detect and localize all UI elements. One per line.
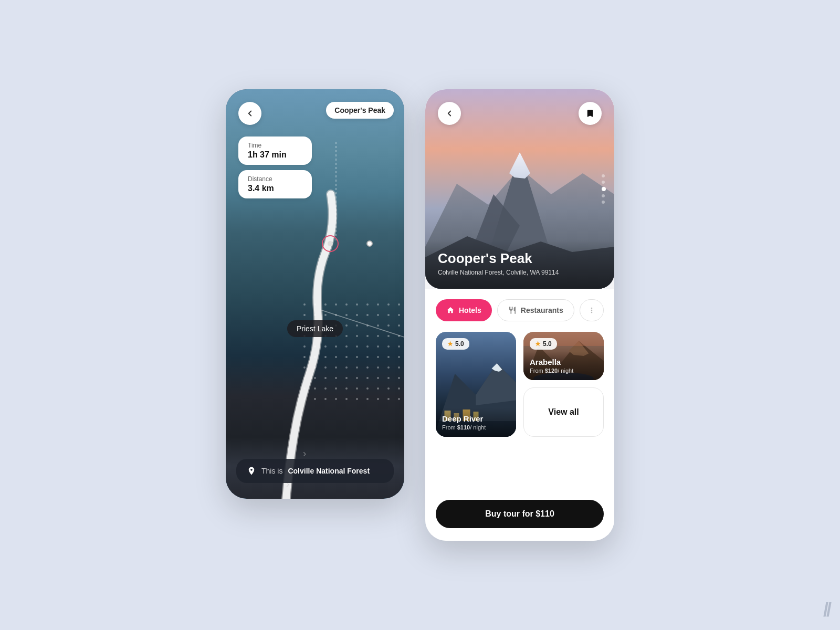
svg-point-89 bbox=[345, 387, 348, 390]
svg-point-12 bbox=[377, 303, 379, 306]
svg-point-8 bbox=[335, 303, 337, 306]
hotel-card-arabella[interactable]: ★ 5.0 Arabella From $120/ night bbox=[523, 332, 604, 380]
svg-point-49 bbox=[345, 345, 348, 348]
tab-hotels[interactable]: Hotels bbox=[436, 299, 492, 321]
svg-point-34 bbox=[398, 324, 400, 327]
svg-point-14 bbox=[398, 303, 400, 306]
svg-point-46 bbox=[314, 345, 316, 348]
svg-point-40 bbox=[356, 335, 358, 337]
dot-grid: // Generate dots programmatically — done… bbox=[299, 299, 404, 404]
svg-point-44 bbox=[398, 335, 400, 337]
svg-point-50 bbox=[356, 345, 358, 348]
deco-slash: // bbox=[823, 601, 830, 620]
svg-point-11 bbox=[366, 303, 369, 306]
time-label: Time bbox=[248, 142, 302, 149]
tab-restaurants[interactable]: Restaurants bbox=[497, 299, 574, 321]
page-dot-1 bbox=[602, 174, 605, 177]
svg-point-66 bbox=[314, 366, 316, 369]
buy-button[interactable]: Buy tour for $110 bbox=[436, 500, 604, 528]
svg-point-19 bbox=[345, 314, 348, 316]
svg-point-53 bbox=[387, 345, 390, 348]
svg-point-69 bbox=[345, 366, 348, 369]
svg-point-31 bbox=[366, 324, 369, 327]
svg-point-52 bbox=[377, 345, 379, 348]
hotel-cards: ★ 5.0 Deep River From $110/ night bbox=[436, 332, 604, 437]
page-dot-3 bbox=[602, 187, 606, 191]
svg-point-9 bbox=[345, 303, 348, 306]
app-container: › › › // Generate dots programmatically … bbox=[205, 58, 635, 572]
location-label: Cooper's Peak bbox=[326, 102, 394, 119]
distance-card: Distance 3.4 km bbox=[238, 170, 312, 198]
svg-point-55 bbox=[303, 356, 306, 358]
svg-point-79 bbox=[345, 377, 348, 379]
svg-point-93 bbox=[387, 387, 390, 390]
svg-point-104 bbox=[398, 398, 400, 400]
svg-point-15 bbox=[303, 314, 306, 316]
svg-point-41 bbox=[366, 335, 369, 337]
hotel-2-price: From $120/ night bbox=[530, 368, 597, 374]
star-icon-2: ★ bbox=[535, 340, 541, 348]
svg-point-94 bbox=[398, 387, 400, 390]
time-card: Time 1h 37 min bbox=[238, 136, 312, 165]
svg-point-5 bbox=[303, 303, 306, 306]
svg-point-61 bbox=[366, 356, 369, 358]
svg-point-84 bbox=[398, 377, 400, 379]
svg-point-47 bbox=[324, 345, 327, 348]
svg-point-22 bbox=[377, 314, 379, 316]
location-bar: This is Colville National Forest bbox=[236, 459, 394, 483]
view-all-card[interactable]: View all bbox=[523, 387, 604, 437]
hotel-1-name: Deep River bbox=[442, 414, 510, 423]
bookmark-button[interactable] bbox=[579, 102, 602, 125]
svg-point-83 bbox=[387, 377, 390, 379]
svg-point-7 bbox=[324, 303, 327, 306]
back-button[interactable] bbox=[238, 102, 261, 125]
svg-point-80 bbox=[356, 377, 358, 379]
svg-point-81 bbox=[366, 377, 369, 379]
svg-point-24 bbox=[398, 314, 400, 316]
svg-point-42 bbox=[377, 335, 379, 337]
svg-point-48 bbox=[335, 345, 337, 348]
svg-point-10 bbox=[356, 303, 358, 306]
place-address: Colville National Forest, Colville, WA 9… bbox=[438, 269, 602, 276]
svg-point-32 bbox=[377, 324, 379, 327]
hotel-1-price: From $110/ night bbox=[442, 424, 510, 430]
svg-point-87 bbox=[324, 387, 327, 390]
peak-marker bbox=[322, 235, 339, 252]
svg-point-57 bbox=[324, 356, 327, 358]
svg-point-91 bbox=[366, 387, 369, 390]
svg-point-95 bbox=[303, 398, 306, 400]
hotel-2-name: Arabella bbox=[530, 358, 597, 366]
distance-value: 3.4 km bbox=[248, 184, 302, 193]
svg-point-98 bbox=[335, 398, 337, 400]
svg-point-16 bbox=[314, 314, 316, 316]
bookmark-icon bbox=[585, 109, 595, 118]
svg-point-21 bbox=[366, 314, 369, 316]
page-dot-5 bbox=[602, 201, 605, 204]
svg-point-18 bbox=[335, 314, 337, 316]
svg-point-76 bbox=[314, 377, 316, 379]
svg-point-71 bbox=[366, 366, 369, 369]
right-back-button[interactable] bbox=[438, 102, 461, 125]
svg-point-85 bbox=[303, 387, 306, 390]
svg-point-72 bbox=[377, 366, 379, 369]
svg-point-33 bbox=[387, 324, 390, 327]
svg-point-64 bbox=[398, 356, 400, 358]
category-tabs: Hotels Restaurants bbox=[436, 299, 604, 321]
svg-point-73 bbox=[387, 366, 390, 369]
svg-point-82 bbox=[377, 377, 379, 379]
tab-more[interactable] bbox=[580, 299, 604, 321]
svg-point-75 bbox=[303, 377, 306, 379]
hotel-card-deep-river[interactable]: ★ 5.0 Deep River From $110/ night bbox=[436, 332, 516, 437]
svg-point-86 bbox=[314, 387, 316, 390]
page-dot-2 bbox=[602, 181, 605, 184]
location-bar-prefix: This is bbox=[261, 467, 282, 475]
svg-point-58 bbox=[335, 356, 337, 358]
svg-point-102 bbox=[377, 398, 379, 400]
right-phone-inner: Cooper's Peak Colville National Forest, … bbox=[425, 89, 614, 541]
tab-restaurants-label: Restaurants bbox=[521, 306, 563, 314]
pagination-dots bbox=[602, 174, 606, 204]
right-hotel-column: ★ 5.0 Arabella From $120/ night bbox=[523, 332, 604, 437]
svg-point-99 bbox=[345, 398, 348, 400]
svg-point-39 bbox=[345, 335, 348, 337]
time-value: 1h 37 min bbox=[248, 150, 302, 160]
